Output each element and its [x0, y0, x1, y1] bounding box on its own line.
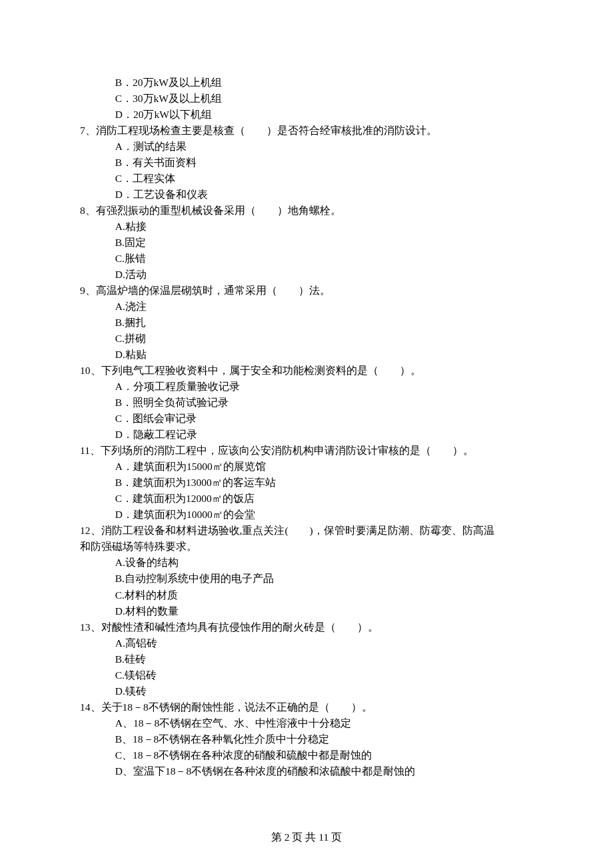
option-line: C.拼砌 [80, 331, 533, 347]
question-text: 消防工程现场检查主要是核查（ ）是否符合经审核批准的消防设计。 [96, 125, 437, 136]
page: B．20万kW及以上机组 C．30万kW及以上机组 D．20万kW以下机组 7、… [0, 0, 613, 868]
option-line: C．30万kW及以上机组 [80, 91, 533, 107]
question-text: 下列电气工程验收资料中，属于安全和功能检测资料的是（ ）。 [101, 365, 421, 376]
option-line: D．建筑面积为10000㎡的会堂 [80, 507, 533, 523]
question-number: 14、 [80, 701, 101, 713]
option-line: D、室温下18－8不锈钢在各种浓度的硝酸和浓硫酸中都是耐蚀的 [80, 763, 533, 779]
option-line: C．建筑面积为12000㎡的饭店 [80, 491, 533, 507]
question-text: 对酸性渣和碱性渣均具有抗侵蚀作用的耐火砖是（ ）。 [101, 621, 378, 633]
question-text: 消防工程设备和材料进场验收,重点关注( )，保管时要满足防潮、防霉变、防高温 [101, 525, 494, 536]
question-stem: 14、关于18－8不锈钢的耐蚀性能，说法不正确的是（ ）。 [80, 699, 533, 715]
option-line: A.高铝砖 [80, 635, 533, 651]
page-footer: 第 2 页 共 11 页 [0, 829, 613, 845]
option-line: C．工程实体 [80, 171, 533, 187]
question-stem: 7、消防工程现场检查主要是核查（ ）是否符合经审核批准的消防设计。 [80, 123, 533, 139]
question-stem: 8、有强烈振动的重型机械设备采用（ ）地角螺栓。 [80, 203, 533, 219]
question-number: 7、 [80, 125, 96, 136]
option-line: B.固定 [80, 235, 533, 251]
question-text: 有强烈振动的重型机械设备采用（ ）地角螺栓。 [96, 205, 341, 216]
question-text: 下列场所的消防工程中，应该向公安消防机构申请消防设计审核的是（ ）。 [101, 445, 474, 456]
question-text: 高温炉墙的保温层砌筑时，通常采用（ ）法。 [96, 285, 330, 296]
question-stem: 12、消防工程设备和材料进场验收,重点关注( )，保管时要满足防潮、防霉变、防高… [80, 523, 533, 539]
option-line: D.材料的数量 [80, 603, 533, 619]
question-number: 8、 [80, 205, 96, 216]
option-line: D.粘贴 [80, 347, 533, 363]
question-number: 11、 [80, 445, 101, 456]
option-line: A.设备的结构 [80, 555, 533, 571]
question-number: 9、 [80, 285, 96, 296]
option-line: D．隐蔽工程记录 [80, 427, 533, 443]
question-stem: 11、下列场所的消防工程中，应该向公安消防机构申请消防设计审核的是（ ）。 [80, 443, 533, 459]
option-line: D．工艺设备和仪表 [80, 187, 533, 203]
option-line: A．分项工程质量验收记录 [80, 379, 533, 395]
option-line: C.胀错 [80, 251, 533, 267]
option-line: B.捆扎 [80, 315, 533, 331]
option-line: C．图纸会审记录 [80, 411, 533, 427]
option-line: A.粘接 [80, 219, 533, 235]
option-line: D.活动 [80, 267, 533, 283]
option-line: D.镁砖 [80, 683, 533, 699]
option-line: B、18－8不锈钢在各种氧化性介质中十分稳定 [80, 731, 533, 747]
option-line: D．20万kW以下机组 [80, 107, 533, 123]
question-stem: 10、下列电气工程验收资料中，属于安全和功能检测资料的是（ ）。 [80, 363, 533, 379]
option-line: B．建筑面积为13000㎡的客运车站 [80, 475, 533, 491]
option-line: B.硅砖 [80, 651, 533, 667]
content-area: B．20万kW及以上机组 C．30万kW及以上机组 D．20万kW以下机组 7、… [80, 75, 533, 779]
question-number: 12、 [80, 525, 101, 536]
option-line: A、18－8不锈钢在空气、水、中性溶液中十分稳定 [80, 715, 533, 731]
question-stem: 13、对酸性渣和碱性渣均具有抗侵蚀作用的耐火砖是（ ）。 [80, 619, 533, 635]
question-number: 10、 [80, 365, 101, 376]
option-line: B.自动控制系统中使用的电子产品 [80, 571, 533, 587]
question-stem: 9、高温炉墙的保温层砌筑时，通常采用（ ）法。 [80, 283, 533, 299]
question-number: 13、 [80, 621, 101, 633]
question-text: 关于18－8不锈钢的耐蚀性能，说法不正确的是（ ）。 [101, 701, 372, 713]
option-line: B．照明全负荷试验记录 [80, 395, 533, 411]
option-line: C、18－8不锈钢在各种浓度的硝酸和硫酸中都是耐蚀的 [80, 747, 533, 763]
option-line: B．20万kW及以上机组 [80, 75, 533, 91]
option-line: A.浇注 [80, 299, 533, 315]
option-line: C.镁铝砖 [80, 667, 533, 683]
option-line: B．有关书面资料 [80, 155, 533, 171]
option-line: A．建筑面积为15000㎡的展览馆 [80, 459, 533, 475]
question-stem-cont: 和防强磁场等特殊要求。 [80, 539, 533, 555]
option-line: C.材料的材质 [80, 587, 533, 603]
option-line: A．测试的结果 [80, 139, 533, 155]
